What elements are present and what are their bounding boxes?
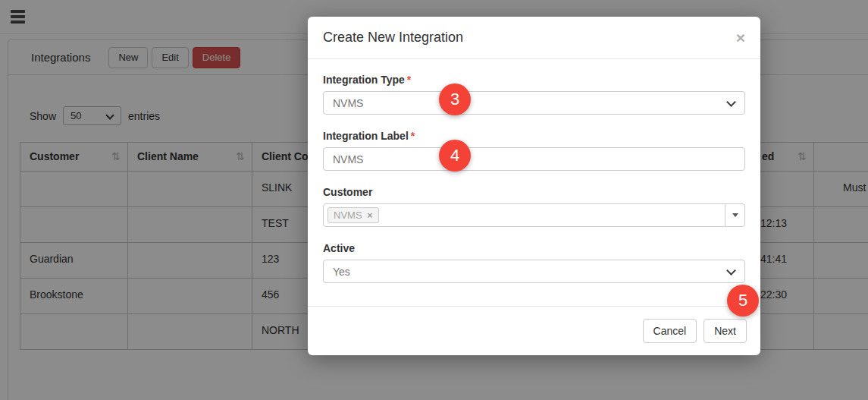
app-screen: Integrations New Edit Delete Show 50 ent… (0, 0, 868, 400)
customer-label: Customer (323, 186, 745, 198)
integration-label-input[interactable] (323, 147, 745, 171)
modal-header: Create New Integration × (308, 17, 760, 59)
cancel-button[interactable]: Cancel (643, 319, 697, 343)
integration-type-group: Integration Type* NVMS (323, 74, 745, 115)
active-label: Active (323, 242, 745, 254)
create-integration-modal: Create New Integration × Integration Typ… (308, 17, 760, 355)
modal-title: Create New Integration (323, 30, 463, 46)
caret-down-icon (732, 213, 738, 217)
active-select[interactable]: Yes (323, 260, 745, 283)
required-marker: * (407, 74, 411, 86)
required-marker: * (411, 130, 415, 142)
step-badge-3: 3 (439, 83, 471, 115)
step-badge-5: 5 (727, 285, 759, 317)
modal-footer: Cancel Next (308, 306, 760, 355)
active-group: Active Yes (323, 242, 745, 283)
integration-type-select[interactable]: NVMS (323, 91, 745, 115)
next-button[interactable]: Next (703, 319, 747, 343)
close-icon[interactable]: × (736, 30, 745, 46)
customer-group: Customer NVMS × (323, 186, 745, 227)
integration-type-label: Integration Type* (323, 74, 745, 86)
step-badge-4: 4 (439, 140, 471, 172)
multiselect-toggle[interactable] (725, 204, 744, 226)
chevron-down-icon (726, 97, 736, 107)
customer-multiselect[interactable]: NVMS × (323, 203, 745, 227)
remove-tag-icon[interactable]: × (368, 210, 373, 221)
integration-label-group: Integration Label* (323, 130, 745, 171)
modal-body: Integration Type* NVMS Integration Label… (308, 59, 760, 283)
customer-tag: NVMS × (327, 207, 379, 223)
chevron-down-icon (726, 266, 736, 276)
integration-label-label: Integration Label* (323, 130, 745, 142)
